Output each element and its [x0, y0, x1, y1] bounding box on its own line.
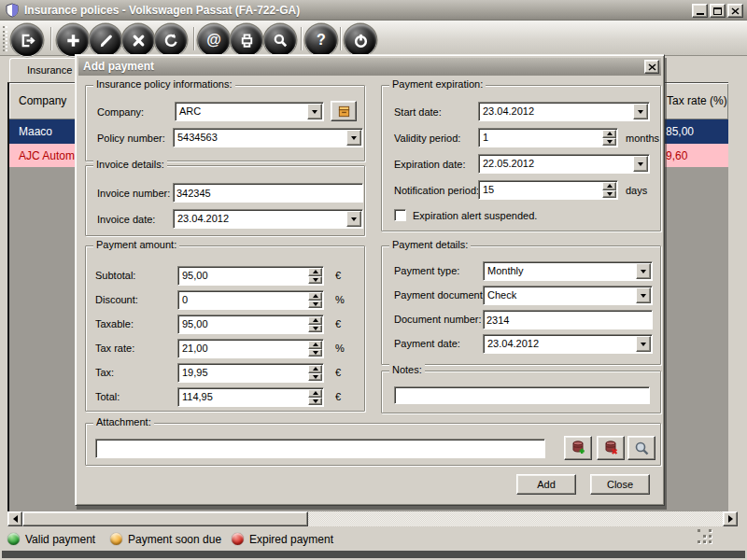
scrollbar-thumb[interactable]	[22, 511, 308, 526]
group-attachment-legend: Attachment:	[93, 416, 154, 427]
attachment-remove-button[interactable]	[597, 436, 625, 460]
total-stepper[interactable]: 114,95	[177, 387, 324, 407]
tax-label: Tax:	[95, 367, 114, 378]
toolbar-refresh-button[interactable]	[155, 24, 187, 56]
spin-up-button[interactable]	[602, 130, 616, 138]
attachment-add-icon	[570, 440, 586, 456]
legend-soon-due-label: Payment soon due	[128, 533, 221, 546]
group-notes: Notes:	[381, 371, 661, 413]
toolbar-delete-button[interactable]	[122, 24, 154, 56]
spin-down-button[interactable]	[308, 373, 322, 382]
payment-date-picker[interactable]: 23.04.2012	[483, 334, 653, 354]
spin-down-button[interactable]	[308, 398, 322, 406]
spin-up-button[interactable]	[308, 268, 322, 276]
spin-down-button[interactable]	[308, 325, 322, 333]
notification-period-stepper[interactable]: 15	[478, 180, 618, 200]
payment-type-combobox[interactable]: Monthly	[483, 261, 653, 281]
validity-period-stepper[interactable]: 1	[478, 128, 618, 147]
spin-down-icon	[313, 375, 318, 379]
dialog-titlebar[interactable]: Add payment	[78, 58, 661, 76]
taxable-value: 95,00	[182, 318, 208, 329]
group-expiration-legend: Payment expiration:	[389, 78, 486, 90]
attachment-view-button[interactable]	[627, 436, 655, 460]
resize-grip[interactable]	[698, 529, 714, 546]
tab-label: Insurance p	[27, 64, 80, 76]
toolbar-edit-button[interactable]	[90, 24, 121, 56]
dropdown-arrow-button[interactable]	[636, 287, 651, 303]
spin-up-button[interactable]	[308, 389, 322, 398]
document-number-field[interactable]	[483, 310, 653, 329]
expiration-date-picker[interactable]: 22.05.2012	[478, 154, 650, 174]
start-date-label: Start date:	[394, 106, 442, 118]
spin-down-button[interactable]	[308, 349, 322, 357]
dropdown-arrow-button[interactable]	[307, 104, 322, 119]
toolbar-search-button[interactable]	[264, 24, 296, 56]
toolbar-add-button[interactable]	[57, 24, 89, 56]
dialog-close-button[interactable]	[644, 60, 659, 74]
toolbar-print-button[interactable]	[231, 24, 262, 56]
dropdown-arrow-button[interactable]	[633, 104, 648, 119]
dropdown-arrow-button[interactable]	[633, 156, 648, 172]
dropdown-arrow-button[interactable]	[636, 263, 651, 279]
spin-down-button[interactable]	[308, 301, 322, 309]
company-box-icon	[337, 105, 351, 119]
discount-stepper[interactable]: 0	[177, 290, 324, 310]
add-button[interactable]: Add	[516, 474, 576, 495]
attachment-remove-icon	[602, 440, 619, 456]
window-titlebar[interactable]: Insurance polices - Volkswagen Passat (F…	[0, 0, 747, 21]
close-button[interactable]	[727, 4, 743, 18]
spin-up-button[interactable]	[308, 365, 322, 373]
horizontal-scrollbar[interactable]	[7, 511, 738, 526]
spin-up-button[interactable]	[308, 292, 322, 301]
dropdown-arrow-button[interactable]	[346, 130, 361, 146]
chevron-down-icon	[351, 217, 357, 221]
group-policy-legend: Insurance policy informations:	[93, 78, 235, 90]
tax-rate-unit: %	[335, 343, 345, 354]
toolbar-exit-button[interactable]	[11, 24, 43, 56]
toolbar-power-button[interactable]	[345, 24, 376, 56]
company-combobox[interactable]: ARC	[175, 102, 324, 121]
toolbar-separator	[50, 27, 52, 50]
toolbar-help-button[interactable]: ?	[305, 24, 337, 56]
toolbar-email-button[interactable]: @	[198, 24, 230, 56]
invoice-number-field[interactable]	[173, 183, 363, 203]
spin-down-button[interactable]	[308, 276, 322, 285]
tax-stepper[interactable]: 19,95	[177, 363, 324, 383]
taxable-stepper[interactable]: 95,00	[177, 315, 324, 334]
add-payment-dialog: Add payment Insurance policy information…	[75, 54, 665, 506]
dropdown-arrow-button[interactable]	[346, 211, 361, 227]
start-date-picker[interactable]: 23.04.2012	[478, 102, 650, 121]
scroll-left-button[interactable]	[7, 511, 22, 526]
tax-rate-stepper[interactable]: 21,00	[177, 339, 324, 358]
window-bottom-edge	[2, 551, 745, 558]
notes-field[interactable]	[394, 386, 650, 404]
spin-down-button[interactable]	[602, 190, 616, 199]
email-at-icon: @	[206, 33, 221, 48]
column-header-tax-rate[interactable]: Tax rate (%)	[655, 83, 728, 119]
payment-document-combobox[interactable]: Check	[483, 286, 653, 305]
spin-up-button[interactable]	[602, 182, 616, 190]
spin-up-button[interactable]	[308, 316, 322, 325]
dropdown-arrow-button[interactable]	[636, 336, 651, 352]
policy-number-label: Policy number:	[97, 133, 165, 144]
invoice-date-picker[interactable]: 23.04.2012	[173, 209, 363, 229]
maximize-button[interactable]	[710, 4, 726, 18]
subtotal-unit: €	[335, 270, 341, 281]
minimize-button[interactable]	[692, 4, 708, 18]
policy-number-combobox[interactable]: 5434563	[173, 128, 363, 147]
close-dialog-button[interactable]: Close	[590, 474, 650, 495]
spin-up-icon	[313, 343, 318, 346]
payment-type-label: Payment type:	[394, 265, 459, 276]
subtotal-stepper[interactable]: 95,00	[177, 266, 324, 286]
expiration-alert-suspended-checkbox[interactable]	[394, 209, 406, 221]
notification-period-unit: days	[626, 185, 647, 196]
spin-down-button[interactable]	[602, 138, 616, 147]
attachment-path-field[interactable]	[95, 439, 545, 458]
attachment-add-button[interactable]	[564, 436, 592, 460]
spin-up-button[interactable]	[308, 341, 322, 349]
toolbar-grip[interactable]	[3, 26, 7, 51]
spin-down-icon	[313, 399, 318, 403]
company-manager-button[interactable]	[331, 101, 357, 121]
scroll-right-button[interactable]	[723, 511, 738, 526]
close-icon	[731, 7, 740, 15]
